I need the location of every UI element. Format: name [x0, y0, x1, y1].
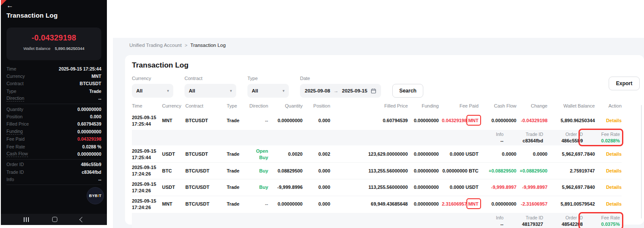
- back-arrow-icon[interactable]: ←: [6, 2, 13, 9]
- cell-time: 2025-09-1517:25:44: [132, 146, 162, 163]
- expanded-detail-band: Info--Trade ID48179327Order ID48542208Fe…: [132, 213, 622, 228]
- cell-time: 2025-09-1517:25:44: [132, 113, 162, 129]
- type-filter-value: All: [252, 88, 258, 93]
- detail-label-direction: Direction: [6, 96, 24, 102]
- table-header-row: TimeCurrencyContractTypeDirectionQuantit…: [132, 103, 622, 113]
- currency-filter-select[interactable]: All ▾: [132, 84, 173, 98]
- change-value: 0.0000: [533, 151, 547, 157]
- detail-value-direction: --: [98, 96, 101, 101]
- direction-value: --: [265, 118, 268, 123]
- contract-filter-select[interactable]: All ▾: [184, 84, 236, 98]
- cell-type: Trade: [227, 196, 247, 212]
- detail-label-position: Position: [6, 114, 22, 119]
- detail-label-quantity: Quantity: [6, 107, 23, 112]
- column-header-type: Type: [227, 103, 247, 113]
- detail-value-trade-id: c8364fbd: [81, 169, 101, 175]
- page-title: Transaction Log: [132, 61, 188, 70]
- cash-flow-value: 0.00000000: [491, 118, 516, 123]
- detail-value-contract: BTCUSDT: [80, 81, 101, 86]
- cell-contract: BTC/USDT: [185, 163, 227, 179]
- android-navbar: [1, 214, 107, 225]
- type-filter-group: Type All ▾: [247, 76, 289, 98]
- cell-fee_paid: 2.31606957 MNT: [439, 196, 478, 212]
- fee-paid-value: 0.0000 USDT: [450, 151, 478, 157]
- bybit-logo-badge[interactable]: BYBIT: [87, 187, 104, 204]
- wallet-balance-value: 5,890.96250344: [55, 46, 84, 51]
- cell-direction: --: [247, 196, 268, 212]
- table-scrollbar[interactable]: [641, 105, 642, 219]
- cell-position: 0.000: [303, 179, 330, 196]
- detail-row-time: Time2025-09-15 17:25:44: [6, 65, 101, 72]
- transaction-amount: -0.04329198: [6, 34, 101, 43]
- export-button[interactable]: Export: [609, 77, 640, 90]
- cell-change: 0.0000: [516, 146, 547, 163]
- change-value: -2.31606957: [521, 201, 547, 206]
- breadcrumb-separator: >: [184, 43, 187, 48]
- date-start: 2025-09-08: [305, 88, 330, 93]
- details-link[interactable]: Details: [606, 185, 622, 190]
- detail-value-cash-flow: 0.00000000: [78, 151, 101, 157]
- cell-filled_price: 113,255.56000000: [330, 163, 408, 179]
- detail-row-fee-rate: Fee Rate0.0288 %: [6, 143, 101, 150]
- cell-fee_paid: 0.0000 USDT: [439, 179, 478, 196]
- cell-currency: MNT: [162, 113, 185, 129]
- trade-id-value: 48179327: [503, 222, 543, 227]
- expanded-trade-id: Trade IDc8364fbd: [503, 132, 543, 143]
- table-row: 2025-09-1517:25:44USDTBTCUSDTTradeOpen B…: [132, 146, 622, 163]
- details-link[interactable]: Details: [606, 151, 622, 157]
- cell-funding: 0.00000000: [408, 163, 439, 179]
- detail-row-fee-paid: Fee Paid0.04329198: [6, 136, 101, 143]
- details-link[interactable]: Details: [606, 201, 622, 206]
- direction-value: Open Buy: [256, 148, 268, 160]
- date-range-picker[interactable]: 2025-09-08 → 2025-09-15: [300, 84, 381, 98]
- detail-row-order-id: Order ID486c55b9: [6, 161, 101, 168]
- detail-row-cash-flow: Cash Flow0.00000000: [6, 150, 101, 157]
- cell-change: -2.31606957: [516, 196, 547, 212]
- breadcrumb-parent-link[interactable]: Unified Trading Account: [129, 43, 181, 48]
- contract-filter-label: Contract: [184, 76, 236, 81]
- cell-time: 2025-09-1517:24:26: [132, 163, 162, 179]
- type-filter-select[interactable]: All ▾: [247, 84, 289, 98]
- recents-icon[interactable]: [24, 217, 29, 222]
- detail-row-funding: Funding0.00000000: [6, 128, 101, 135]
- table-row: 2025-09-1517:24:26BTCBTC/USDTTradeBuy0.0…: [132, 163, 622, 179]
- divider: [6, 185, 101, 185]
- column-header-filled_price: Filled Price: [330, 103, 408, 113]
- cell-action: Details: [595, 113, 622, 129]
- search-button[interactable]: Search: [392, 84, 423, 98]
- cell-fee_paid: 0.0000 USDT: [439, 146, 478, 163]
- cell-time-clock: 17:24:26: [132, 171, 162, 177]
- cell-currency: USDT: [162, 146, 185, 163]
- cell-fee_paid: 0.04329198 MNT: [439, 113, 478, 129]
- cell-filled_price: 123,629.00000000: [330, 146, 408, 163]
- expanded-detail-row: Info--Trade IDc8364fbdOrder ID486c55b9Fe…: [132, 129, 622, 146]
- divider: [6, 159, 101, 160]
- detail-row-filled-price: Filled Price0.60794539: [6, 120, 101, 128]
- cell-change: +0.08829500: [516, 163, 547, 179]
- cell-contract: BTCUSDT: [185, 146, 227, 163]
- column-header-change: Change: [516, 103, 547, 113]
- detail-value-type: Trade: [89, 89, 101, 94]
- info-value: --: [477, 222, 503, 227]
- column-header-quantity: Quantity: [268, 103, 303, 113]
- change-value: +0.08829500: [519, 168, 547, 173]
- column-header-contract: Contract: [185, 103, 227, 113]
- details-link[interactable]: Details: [606, 118, 622, 123]
- cell-quantity: 0.00000000: [268, 113, 303, 129]
- detail-row-quantity: Quantity0.00000000: [6, 105, 101, 113]
- back-nav-icon[interactable]: [79, 217, 85, 222]
- detail-label-order-id: Order ID: [6, 162, 24, 167]
- cell-filled_price: 113,255.56000000: [330, 179, 408, 196]
- column-header-currency: Currency: [162, 103, 185, 113]
- details-link[interactable]: Details: [606, 168, 622, 173]
- cell-contract: BTCUSDT: [185, 113, 227, 129]
- home-icon[interactable]: [52, 217, 57, 222]
- breadcrumb-current: Transaction Log: [191, 43, 226, 48]
- direction-value: --: [265, 201, 268, 206]
- detail-label-info: Info: [6, 177, 14, 182]
- cell-action: Details: [595, 196, 622, 212]
- detail-label-fee-paid: Fee Paid: [6, 136, 25, 142]
- cell-direction: --: [247, 113, 268, 129]
- cell-time: 2025-09-1517:24:26: [132, 179, 162, 196]
- cell-currency: MNT: [162, 196, 185, 212]
